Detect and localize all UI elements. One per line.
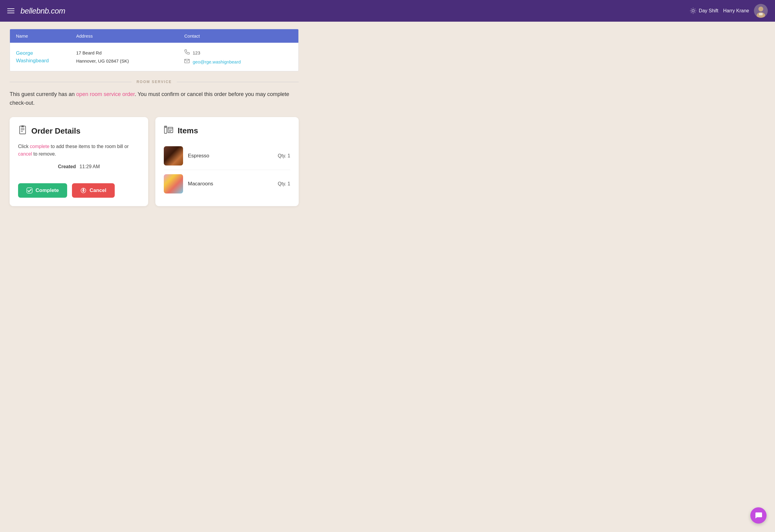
header: bellebnb.com Day Shift Harry Krane [0, 0, 775, 22]
header-right: Day Shift Harry Krane [690, 4, 768, 18]
table-row: George Washingbeard 17 Beard Rd Hannover… [10, 43, 298, 71]
check-icon [26, 187, 33, 193]
username-label: Harry Krane [723, 8, 749, 14]
order-details-icon [18, 125, 27, 137]
svg-rect-14 [20, 126, 26, 134]
col-address: Address [76, 33, 184, 39]
items-card: Items Espresso Qty. 1 Macaroons Qty. 1 [155, 117, 299, 206]
section-divider: ROOM SERVICE [10, 80, 299, 84]
item-macaroons: Macaroons Qty. 1 [164, 170, 290, 198]
section-label: ROOM SERVICE [136, 80, 172, 84]
guest-table: Name Address Contact George Washingbeard… [10, 29, 299, 71]
hamburger-menu[interactable] [7, 8, 14, 13]
svg-line-7 [695, 9, 695, 9]
guest-name[interactable]: George Washingbeard [16, 49, 76, 65]
phone-number: 123 [193, 50, 200, 55]
order-card-title: Order Details [31, 126, 80, 136]
svg-rect-18 [21, 125, 24, 127]
svg-rect-23 [164, 126, 167, 128]
svg-rect-19 [27, 188, 32, 193]
svg-point-0 [692, 10, 694, 12]
items-card-title-row: Items [164, 125, 290, 136]
order-description: Click complete to add these items to the… [18, 143, 140, 158]
cancel-link: cancel [18, 151, 32, 156]
svg-line-5 [691, 9, 691, 9]
avatar[interactable] [754, 4, 768, 18]
espresso-name: Espresso [188, 153, 273, 159]
svg-point-10 [758, 7, 763, 11]
items-card-title: Items [178, 126, 198, 135]
guest-contact: 123 geo@rge.washignbeard [184, 49, 292, 64]
open-order-link[interactable]: open room service order [76, 91, 135, 97]
espresso-thumbnail [164, 146, 183, 165]
svg-line-8 [691, 12, 691, 13]
table-header: Name Address Contact [10, 29, 298, 43]
room-service-message: This guest currently has an open room se… [10, 90, 299, 107]
cancel-button[interactable]: Cancel [72, 183, 115, 198]
order-card-title-row: Order Details [18, 125, 140, 137]
macaroons-qty: Qty. 1 [278, 181, 290, 187]
card-action-buttons: Complete Cancel [18, 183, 140, 198]
main-content: Name Address Contact George Washingbeard… [0, 22, 301, 213]
col-contact: Contact [184, 33, 292, 39]
svg-line-6 [695, 12, 695, 13]
sun-icon [690, 8, 696, 14]
email-address: geo@rge.washignbeard [193, 59, 241, 64]
complete-link: complete [30, 144, 49, 149]
shift-label: Day Shift [699, 8, 718, 14]
col-name: Name [16, 33, 76, 39]
complete-button[interactable]: Complete [18, 183, 67, 198]
macaroons-name: Macaroons [188, 181, 273, 187]
chat-bubble[interactable] [750, 507, 767, 524]
brand-logo: bellebnb.com [20, 6, 65, 16]
email-icon [184, 59, 190, 64]
header-left: bellebnb.com [7, 6, 65, 16]
item-espresso: Espresso Qty. 1 [164, 142, 290, 170]
items-icon [164, 125, 173, 136]
phone-icon [184, 49, 190, 56]
shift-indicator: Day Shift [690, 8, 718, 14]
svg-point-21 [83, 189, 84, 190]
order-details-card: Order Details Click complete to add thes… [10, 117, 148, 206]
cards-row: Order Details Click complete to add thes… [10, 117, 299, 206]
guest-address: 17 Beard Rd Hannover, UG 02847 (SK) [76, 49, 184, 65]
macaroons-thumbnail [164, 174, 183, 193]
cancel-icon [80, 187, 86, 193]
email-row: geo@rge.washignbeard [184, 59, 292, 64]
phone-row: 123 [184, 49, 292, 56]
espresso-qty: Qty. 1 [278, 153, 290, 159]
order-created: Created11:29 AM [18, 164, 140, 169]
chat-icon [755, 512, 762, 519]
svg-rect-24 [168, 127, 173, 133]
svg-rect-12 [759, 13, 763, 15]
